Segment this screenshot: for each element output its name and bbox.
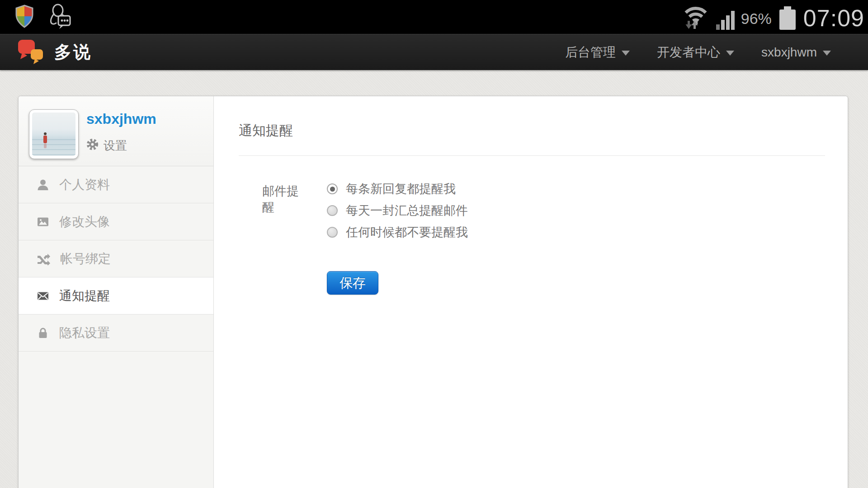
speech-bubbles-logo-icon [17,39,45,66]
save-button[interactable]: 保存 [327,271,378,295]
battery-percentage: 96% [741,5,772,32]
android-status-bar: 96% 07:09 [0,0,868,34]
envelope-icon [37,290,49,302]
header-nav: 后台管理 开发者中心 sxbxjhwm [565,44,868,61]
status-system-icons: 96% 07:09 [682,3,868,32]
notification-settings-content: 通知提醒 邮件提醒 每条新回复都提醒我 每天一封汇总提醒邮件 任何时候都不要提醒… [214,96,848,488]
wifi-icon [682,3,710,32]
radio-option-label: 任何时候都不要提醒我 [346,224,468,240]
profile-card: sxbxjhwm 设置 [19,96,213,166]
sidebar-item-label: 修改头像 [59,213,110,230]
email-reminder-options: 每条新回复都提醒我 每天一封汇总提醒邮件 任何时候都不要提醒我 [327,181,468,240]
radio-option-every-reply[interactable]: 每条新回复都提醒我 [327,181,468,197]
sidebar-item-label: 帐号绑定 [60,250,111,267]
nav-item-label: sxbxjhwm [761,45,817,60]
radio-button[interactable] [327,227,338,238]
radio-button[interactable] [327,183,338,194]
security-shield-icon [14,5,34,30]
profile-settings-link[interactable]: 设置 [86,138,127,154]
sidebar-item-notifications[interactable]: 通知提醒 [19,277,213,314]
signal-strength-icon [716,11,735,32]
radio-option-daily-digest[interactable]: 每天一封汇总提醒邮件 [327,203,468,218]
sidebar-item-label: 个人资料 [59,176,110,193]
chevron-down-icon [622,51,630,56]
title-divider [239,155,825,156]
gear-icon [86,138,99,154]
radio-option-never[interactable]: 任何时候都不要提醒我 [327,225,468,240]
nav-item-label: 后台管理 [565,44,616,61]
image-icon [37,216,49,228]
clock: 07:09 [803,5,864,32]
avatar-image [32,113,75,156]
qq-message-icon [48,3,73,32]
chevron-down-icon [726,51,734,56]
sidebar-item-account-binding[interactable]: 帐号绑定 [19,240,213,277]
shuffle-icon [37,253,50,265]
battery-icon [778,4,797,32]
radio-option-label: 每天一封汇总提醒邮件 [346,202,468,219]
duoshuo-brand[interactable]: 多说 [17,39,92,66]
radio-option-label: 每条新回复都提醒我 [346,181,456,197]
lock-icon [37,327,49,339]
settings-panel: sxbxjhwm 设置 个人资料 [18,96,848,488]
settings-link-label: 设置 [104,138,127,154]
nav-item-label: 开发者中心 [657,44,720,61]
radio-button[interactable] [327,205,338,216]
nav-account-dropdown[interactable]: sxbxjhwm [761,45,831,60]
sidebar-item-privacy[interactable]: 隐私设置 [19,314,213,352]
nav-admin-dropdown[interactable]: 后台管理 [565,44,630,61]
sidebar-item-label: 通知提醒 [59,287,110,305]
sidebar-item-label: 隐私设置 [59,324,110,342]
status-notification-icons [14,3,73,32]
nav-developer-center-dropdown[interactable]: 开发者中心 [657,44,734,61]
app-header: 多说 后台管理 开发者中心 sxbxjhwm [0,34,868,70]
brand-title: 多说 [54,41,92,64]
user-icon [37,178,49,191]
page-title: 通知提醒 [239,122,825,140]
profile-username: sxbxjhwm [86,111,156,127]
settings-sidebar: sxbxjhwm 设置 个人资料 [19,96,214,488]
email-reminder-label: 邮件提醒 [262,181,309,240]
email-reminder-form-row: 邮件提醒 每条新回复都提醒我 每天一封汇总提醒邮件 任何时候都不要提醒我 [262,181,825,240]
sidebar-item-profile-info[interactable]: 个人资料 [19,166,213,203]
avatar [29,109,79,159]
chevron-down-icon [823,51,831,56]
sidebar-filler [19,352,213,488]
sidebar-item-change-avatar[interactable]: 修改头像 [19,203,213,240]
